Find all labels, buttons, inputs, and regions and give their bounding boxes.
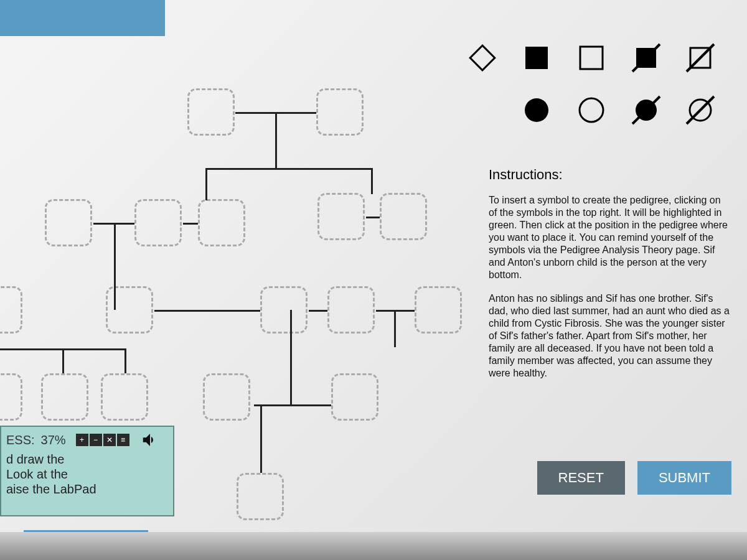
connector-v (125, 348, 126, 373)
svg-rect-2 (580, 47, 603, 69)
pedigree-slot[interactable] (198, 199, 245, 246)
sound-icon[interactable] (141, 431, 159, 449)
connector-v (205, 168, 207, 200)
palette-male-affected[interactable] (518, 39, 555, 77)
bottom-bar (0, 532, 747, 560)
palette-male-unaffected[interactable] (573, 39, 610, 77)
svg-rect-0 (470, 45, 495, 70)
hud-line-3: aise the LabPad (6, 482, 168, 497)
pedigree-slot[interactable] (203, 373, 250, 421)
connector-v (62, 348, 64, 373)
pedigree-slot[interactable] (41, 373, 88, 421)
pedigree-slot[interactable] (317, 193, 365, 240)
pedigree-slot[interactable] (0, 373, 22, 421)
svg-point-8 (580, 98, 603, 122)
pedigree-slot[interactable] (260, 286, 308, 334)
connector-h (309, 310, 327, 312)
connector-v (114, 223, 116, 310)
symbol-palette (458, 34, 725, 134)
pedigree-slot[interactable] (134, 199, 182, 246)
connector-h (205, 168, 371, 170)
pedigree-slot[interactable] (237, 473, 284, 520)
connector-v (290, 310, 292, 404)
progress-value: 37% (41, 433, 66, 447)
connector-v (260, 404, 262, 473)
pedigree-slot[interactable] (331, 373, 378, 421)
submit-button[interactable]: SUBMIT (637, 461, 731, 495)
connector-h (154, 310, 260, 312)
instructions-para-1: To insert a symbol to create the pedigre… (489, 194, 731, 281)
instructions-panel: Instructions: To insert a symbol to crea… (489, 167, 731, 391)
connector-h (254, 404, 331, 406)
pedigree-slot[interactable] (316, 88, 364, 136)
palette-female-unaffected[interactable] (573, 91, 610, 129)
instructions-para-2: Anton has no siblings and Sif has one br… (489, 292, 731, 380)
palette-female-unaffected-deceased[interactable] (682, 91, 719, 129)
pedigree-canvas[interactable] (0, 37, 473, 485)
pedigree-slot[interactable] (187, 88, 235, 136)
pedigree-slot[interactable] (415, 286, 462, 334)
palette-male-unaffected-deceased[interactable] (682, 39, 719, 77)
pedigree-slot[interactable] (0, 286, 22, 334)
palette-male-affected-deceased[interactable] (627, 39, 665, 77)
pedigree-slot[interactable] (106, 286, 153, 334)
pedigree-slot[interactable] (327, 286, 375, 334)
reset-button[interactable]: RESET (537, 461, 625, 495)
connector-h (366, 217, 380, 218)
pedigree-slot[interactable] (380, 193, 427, 240)
progress-label: ESS: (6, 433, 35, 447)
minus-icon[interactable]: − (90, 434, 102, 446)
list-icon[interactable]: ≡ (117, 434, 129, 446)
connector-v (394, 310, 396, 347)
hud-icon-group: + − ✕ ≡ (76, 434, 129, 446)
connector-v (275, 112, 277, 168)
hud-panel: ESS: 37% + − ✕ ≡ d draw the Look at the … (0, 426, 174, 516)
connector-v (371, 168, 373, 194)
svg-point-7 (525, 98, 548, 122)
palette-female-affected[interactable] (518, 91, 555, 129)
connector-h (183, 223, 198, 225)
hud-line-2: Look at the (6, 467, 168, 482)
button-row: RESET SUBMIT (537, 461, 731, 495)
svg-rect-1 (525, 47, 548, 69)
close-icon[interactable]: ✕ (103, 434, 116, 446)
pedigree-slot[interactable] (101, 373, 148, 421)
palette-female-affected-deceased[interactable] (627, 91, 665, 129)
hud-line-1: d draw the (6, 452, 168, 467)
top-left-bar (0, 0, 165, 36)
pedigree-slot[interactable] (45, 199, 92, 246)
instructions-heading: Instructions: (489, 167, 731, 183)
svg-line-12 (687, 96, 714, 124)
plus-icon[interactable]: + (76, 434, 88, 446)
